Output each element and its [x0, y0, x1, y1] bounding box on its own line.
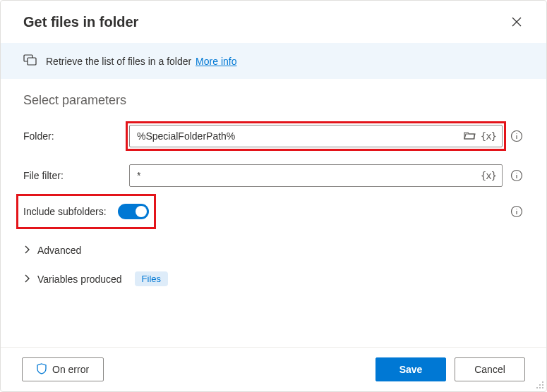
- folder-label: Folder:: [23, 130, 121, 142]
- close-button[interactable]: [505, 11, 528, 33]
- close-icon: [512, 17, 522, 27]
- on-error-button[interactable]: On error: [22, 357, 104, 381]
- include-subfolders-group: Include subfolders:: [23, 204, 149, 219]
- dialog-footer: On error Save Cancel: [1, 347, 546, 391]
- files-variable-badge[interactable]: Files: [135, 271, 168, 286]
- svg-point-8: [542, 381, 543, 383]
- include-subfolders-info-icon[interactable]: [510, 204, 524, 219]
- svg-point-13: [542, 387, 543, 388]
- info-bar-text: Retrieve the list of files in a folder M…: [46, 56, 236, 67]
- advanced-label: Advanced: [37, 245, 81, 256]
- file-filter-input[interactable]: [136, 169, 481, 182]
- chevron-right-icon: [23, 274, 30, 285]
- svg-point-11: [536, 387, 538, 388]
- section-title: Select parameters: [23, 93, 524, 108]
- shield-icon: [37, 363, 47, 376]
- svg-point-9: [539, 384, 541, 386]
- info-bar-label: Retrieve the list of files in a folder: [46, 56, 191, 67]
- on-error-label: On error: [52, 364, 89, 375]
- more-info-link[interactable]: More info: [196, 56, 236, 67]
- files-in-folder-icon: [23, 53, 37, 69]
- file-filter-label: File filter:: [23, 170, 121, 181]
- action-dialog: Get files in folder Retrieve the list of…: [0, 0, 547, 392]
- include-subfolders-toggle[interactable]: [118, 204, 149, 219]
- resize-handle[interactable]: [535, 380, 545, 390]
- svg-point-5: [516, 173, 517, 173]
- svg-rect-1: [28, 58, 36, 65]
- file-filter-row: File filter: {x}: [23, 164, 524, 187]
- include-subfolders-label: Include subfolders:: [23, 206, 107, 217]
- advanced-expander[interactable]: Advanced: [23, 245, 524, 256]
- chevron-right-icon: [23, 245, 30, 256]
- folder-input-wrap: {x}: [129, 125, 503, 147]
- svg-point-3: [516, 133, 517, 134]
- folder-row: Folder: {x}: [23, 125, 524, 147]
- info-bar: Retrieve the list of files in a folder M…: [1, 43, 546, 79]
- toggle-knob: [136, 206, 147, 217]
- variable-picker-icon[interactable]: {x}: [481, 130, 496, 142]
- save-button[interactable]: Save: [375, 357, 446, 381]
- save-label: Save: [399, 364, 423, 375]
- folder-info-icon[interactable]: [510, 129, 524, 143]
- dialog-body: Select parameters Folder: {x}: [1, 79, 546, 347]
- svg-point-7: [516, 209, 517, 209]
- file-filter-info-icon[interactable]: [510, 169, 524, 183]
- svg-point-12: [539, 387, 541, 388]
- cancel-button[interactable]: Cancel: [455, 357, 525, 381]
- dialog-title: Get files in folder: [23, 14, 138, 30]
- cancel-label: Cancel: [474, 364, 505, 375]
- browse-folder-icon[interactable]: [464, 130, 476, 142]
- include-subfolders-row: Include subfolders:: [23, 204, 524, 219]
- variables-produced-expander[interactable]: Variables produced Files: [23, 271, 524, 286]
- svg-point-10: [542, 384, 543, 386]
- file-filter-input-wrap: {x}: [129, 164, 503, 187]
- variable-picker-icon[interactable]: {x}: [481, 170, 496, 181]
- folder-input[interactable]: [136, 130, 464, 142]
- variables-produced-label: Variables produced: [37, 274, 122, 285]
- titlebar: Get files in folder: [1, 1, 546, 43]
